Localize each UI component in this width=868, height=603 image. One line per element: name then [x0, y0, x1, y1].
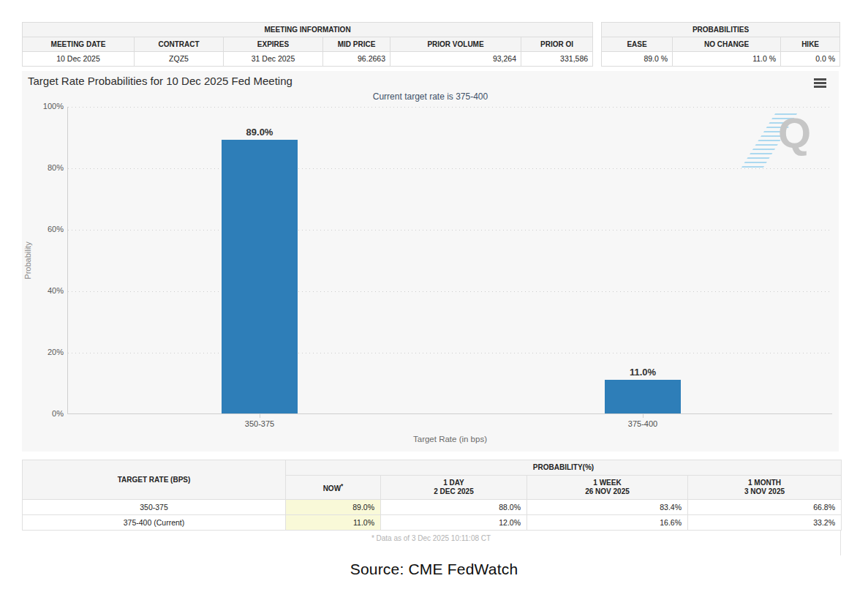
target-rate-chart: Target Rate Probabilities for 10 Dec 202…	[22, 71, 839, 452]
day-prob-cell: 88.0%	[381, 500, 527, 515]
probability-group-header: PROBABILITY(%)	[286, 460, 842, 476]
bar-375-400-value-label: 11.0%	[590, 367, 695, 378]
one-week-header: 1 WEEK26 NOV 2025	[527, 476, 688, 500]
col-mid-price: MID PRICE	[323, 37, 390, 52]
ytick-60: 60%	[30, 225, 64, 233]
now-header: NOW*	[286, 476, 381, 500]
probability-history-table: TARGET RATE (BPS) PROBABILITY(%) NOW* 1 …	[22, 460, 842, 531]
ytick-100: 100%	[30, 102, 64, 111]
ytick-40: 40%	[30, 286, 64, 295]
mid-price-value: 96.2663	[323, 52, 390, 67]
bar-375-400[interactable]: 11.0%	[605, 380, 681, 413]
meeting-date-value: 10 Dec 2025	[23, 52, 135, 67]
bar-350-375-value-label: 89.0%	[207, 127, 312, 138]
table-row: 375-400 (Current) 11.0% 12.0% 16.6% 33.2…	[23, 515, 842, 531]
now-prob-cell: 11.0%	[286, 515, 381, 531]
source-caption: Source: CME FedWatch	[0, 561, 868, 578]
chart-subtitle: Current target rate is 375-400	[22, 91, 839, 102]
x-axis-title: Target Rate (in bps)	[68, 435, 832, 443]
gridline-20	[68, 353, 832, 353]
xtick-375-400	[643, 414, 644, 418]
col-meeting-date: MEETING DATE	[23, 37, 135, 52]
data-asof-footnote: * Data as of 3 Dec 2025 10:11:08 CT	[22, 534, 840, 542]
col-contract: CONTRACT	[135, 37, 224, 52]
gridline-40	[68, 291, 832, 292]
day-prob-cell: 12.0%	[381, 515, 527, 531]
no-change-value: 11.0 %	[673, 52, 781, 67]
bar-350-375[interactable]: 89.0%	[222, 140, 298, 413]
col-no-change: NO CHANGE	[673, 37, 781, 52]
prior-oi-value: 331,586	[521, 52, 593, 67]
gridline-80	[68, 168, 832, 169]
rate-range-cell: 375-400 (Current)	[23, 515, 286, 531]
hike-value: 0.0 %	[781, 52, 840, 67]
top-info-tables: MEETING INFORMATION MEETING DATE CONTRAC…	[22, 22, 839, 67]
probability-history-section: TARGET RATE (BPS) PROBABILITY(%) NOW* 1 …	[22, 460, 841, 555]
gridline-60	[68, 230, 832, 231]
probabilities-title: PROBABILITIES	[602, 23, 840, 37]
one-day-header: 1 DAY2 DEC 2025	[381, 476, 527, 500]
gridline-100	[68, 107, 832, 108]
col-ease: EASE	[602, 37, 673, 52]
meeting-info-title: MEETING INFORMATION	[23, 23, 593, 37]
plot-area: 100% 80% 60% 40% 20% 0% Probability 89.0…	[67, 107, 832, 414]
week-prob-cell: 16.6%	[527, 515, 688, 531]
rate-range-cell: 350-375	[23, 500, 286, 515]
xtick-350-375	[260, 414, 260, 418]
month-prob-cell: 66.8%	[688, 500, 842, 515]
y-axis-title: Probability	[23, 241, 32, 279]
week-prob-cell: 83.4%	[527, 500, 688, 515]
col-expires: EXPIRES	[224, 37, 323, 52]
expires-value: 31 Dec 2025	[224, 52, 323, 67]
col-prior-volume: PRIOR VOLUME	[390, 37, 521, 52]
ytick-0: 0%	[30, 409, 64, 418]
ytick-80: 80%	[30, 163, 64, 172]
xcategory-350-375: 350-375	[186, 419, 333, 428]
hamburger-menu-icon[interactable]	[814, 78, 826, 89]
target-rate-bps-header: TARGET RATE (BPS)	[23, 460, 286, 500]
probabilities-table: PROBABILITIES EASE NO CHANGE HIKE 89.0 %…	[601, 22, 840, 67]
meeting-information-table: MEETING INFORMATION MEETING DATE CONTRAC…	[22, 22, 593, 67]
xcategory-375-400: 375-400	[570, 419, 716, 428]
contract-value: ZQZ5	[135, 52, 224, 67]
prior-volume-value: 93,264	[390, 52, 521, 67]
chart-title: Target Rate Probabilities for 10 Dec 202…	[28, 75, 293, 87]
month-prob-cell: 33.2%	[688, 515, 842, 531]
now-prob-cell: 89.0%	[286, 500, 381, 515]
ease-value: 89.0 %	[602, 52, 673, 67]
col-prior-oi: PRIOR OI	[521, 37, 593, 52]
ytick-20: 20%	[30, 348, 64, 356]
one-month-header: 1 MONTH3 NOV 2025	[688, 476, 842, 500]
table-row: 350-375 89.0% 88.0% 83.4% 66.8%	[23, 500, 842, 515]
col-hike: HIKE	[781, 37, 840, 52]
